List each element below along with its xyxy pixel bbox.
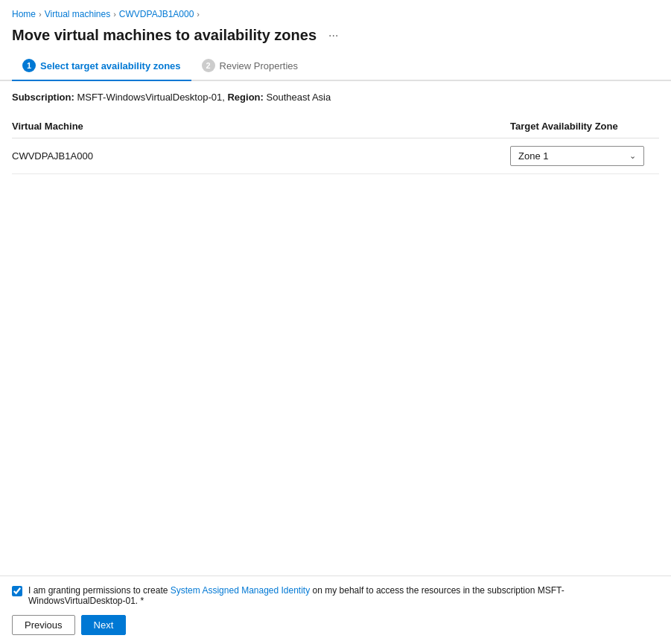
more-options-icon[interactable]: ··· (324, 28, 343, 44)
consent-required: * (138, 596, 144, 606)
subscription-value: MSFT-WindowsVirtualDesktop-01 (77, 92, 222, 103)
tab-select-zones[interactable]: 1 Select target availability zones (12, 53, 191, 81)
consent-text: I am granting permissions to create Syst… (28, 585, 659, 606)
previous-button[interactable]: Previous (12, 615, 75, 635)
tab1-label: Select target availability zones (40, 60, 181, 71)
next-button[interactable]: Next (81, 615, 127, 635)
managed-identity-link[interactable]: System Assigned Managed Identity (171, 585, 310, 596)
tab2-number: 2 (202, 59, 215, 72)
breadcrumb-vm-name[interactable]: CWVDPAJB1A000 (119, 9, 194, 19)
vm-name: CWVDPAJB1A000 (12, 150, 510, 162)
subscription-label: Subscription: (12, 92, 74, 103)
zone-selected-value: Zone 1 (518, 150, 548, 162)
consent-row: I am granting permissions to create Syst… (12, 585, 659, 606)
region-value: Southeast Asia (267, 92, 331, 103)
chevron-down-icon: ⌄ (629, 151, 636, 161)
col-header-vm: Virtual Machine (12, 121, 510, 132)
region-label: Region: (227, 92, 263, 103)
table-header: Virtual Machine Target Availability Zone (12, 115, 659, 138)
subscription-row: Subscription: MSFT-WindowsVirtualDesktop… (12, 92, 659, 103)
breadcrumb: Home › Virtual machines › CWVDPAJB1A000 … (0, 0, 671, 24)
tab-review-properties[interactable]: 2 Review Properties (191, 53, 309, 80)
tab2-label: Review Properties (220, 60, 299, 71)
breadcrumb-sep-3: › (197, 10, 200, 19)
zone-select-wrapper: Zone 1 ⌄ (510, 146, 659, 166)
breadcrumb-virtual-machines[interactable]: Virtual machines (45, 9, 111, 19)
zone-dropdown[interactable]: Zone 1 ⌄ (510, 146, 644, 166)
tabs-bar: 1 Select target availability zones 2 Rev… (0, 53, 671, 81)
breadcrumb-home[interactable]: Home (12, 9, 36, 19)
table-row: CWVDPAJB1A000 Zone 1 ⌄ (12, 138, 659, 174)
content-area: Subscription: MSFT-WindowsVirtualDesktop… (0, 81, 671, 576)
breadcrumb-sep-1: › (39, 10, 42, 19)
consent-text-before: I am granting permissions to create (28, 585, 171, 596)
page-header: Move virtual machines to availability zo… (0, 24, 671, 53)
page-title: Move virtual machines to availability zo… (12, 27, 317, 44)
col-header-zone: Target Availability Zone (510, 121, 659, 132)
consent-checkbox[interactable] (12, 586, 22, 596)
breadcrumb-sep-2: › (113, 10, 116, 19)
comma: , (222, 92, 225, 103)
footer-bar: I am granting permissions to create Syst… (0, 576, 671, 644)
button-row: Previous Next (12, 615, 659, 635)
tab1-number: 1 (22, 59, 36, 72)
